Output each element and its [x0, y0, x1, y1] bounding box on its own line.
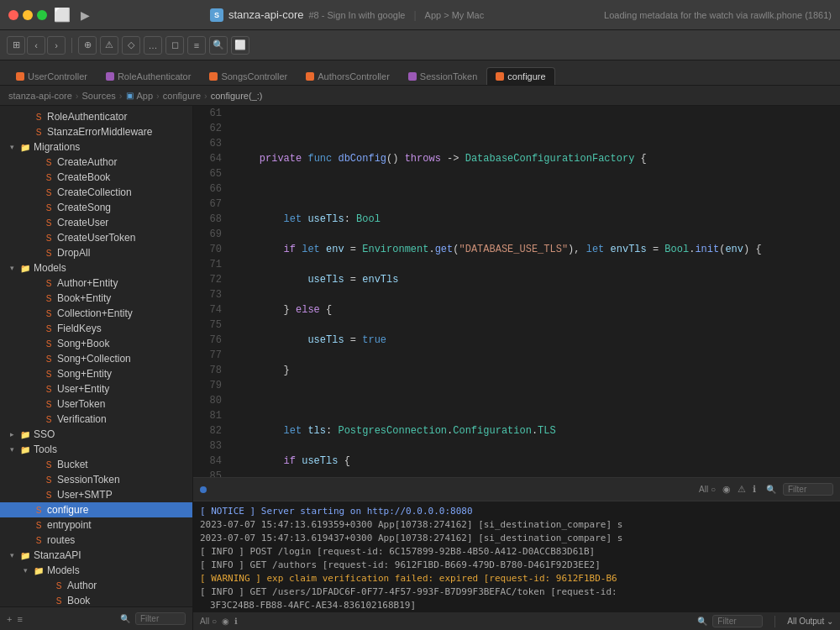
sidebar-item-Book[interactable]: S Book — [0, 593, 192, 606]
shape-button[interactable]: ◻ — [165, 36, 184, 55]
swift-file-icon: S — [43, 217, 55, 228]
sidebar-item-Collection+Entity[interactable]: S Collection+Entity — [0, 306, 192, 321]
test-button[interactable]: ◇ — [122, 36, 140, 55]
folder-icon: 📁 — [19, 141, 31, 153]
tree-arrow — [20, 112, 30, 122]
sidebar-item-label: Song+Book — [57, 338, 109, 349]
sidebar-item-CreateBook[interactable]: S CreateBook — [0, 170, 192, 185]
sidebar-item-CreateSong[interactable]: S CreateSong — [0, 200, 192, 215]
breadcrumb: stanza-api-core › Sources › ▣ App › conf… — [0, 86, 840, 106]
breadcrumb-item[interactable]: Sources — [82, 91, 116, 101]
tab-UserController[interactable]: UserController — [7, 67, 97, 85]
sidebar-item-CreateCollection[interactable]: S CreateCollection — [0, 185, 192, 200]
sidebar-item-configure[interactable]: S configure — [0, 502, 192, 517]
sidebar-item-label: Models — [34, 262, 66, 274]
sidebar-item-Song+Book[interactable]: S Song+Book — [0, 336, 192, 351]
sidebar-item-Song+Entity[interactable]: S Song+Entity — [0, 366, 192, 381]
maximize-button[interactable] — [37, 10, 47, 20]
lines-button[interactable]: ≡ — [187, 36, 206, 55]
console-line: 2023-07-07 15:47:13.619437+0300 App[1073… — [200, 532, 833, 545]
tree-arrow — [30, 384, 40, 394]
sidebar-item-Song+Collection[interactable]: S Song+Collection — [0, 351, 192, 366]
more-button[interactable]: … — [144, 36, 162, 55]
statusbar-eye-button[interactable]: ◉ — [222, 617, 229, 626]
sidebar-item-Book+Entity[interactable]: S Book+Entity — [0, 291, 192, 306]
sidebar-item-CreateAuthor[interactable]: S CreateAuthor — [0, 155, 192, 170]
sidebar-item-CreateUserToken[interactable]: S CreateUserToken — [0, 230, 192, 245]
tab-configure[interactable]: configure — [486, 67, 554, 85]
right-panel-button[interactable]: ⬜ — [231, 36, 249, 55]
sidebar-item-User+Entity[interactable]: S User+Entity — [0, 381, 192, 396]
breakpoint-button[interactable]: ⊕ — [78, 36, 97, 55]
swift-file-icon: S — [43, 307, 55, 319]
sidebar-item-StanzaErrorMiddleware[interactable]: S StanzaErrorMiddleware — [0, 124, 192, 139]
tab-SongsController[interactable]: SongsController — [200, 67, 297, 85]
sidebar-item-Migrations[interactable]: 📁 Migrations — [0, 139, 192, 155]
swift-file-icon: S — [43, 398, 55, 410]
sidebar-item-label: Migrations — [34, 141, 80, 153]
status-text: Loading metadata for the watch via rawll… — [604, 10, 832, 20]
tree-arrow — [30, 399, 40, 409]
sidebar-item-Tools[interactable]: 📁 Tools — [0, 442, 192, 457]
tree-arrow — [30, 414, 40, 424]
sidebar-filter-input[interactable] — [135, 612, 186, 625]
sidebar-item-label: CreateBook — [57, 171, 110, 183]
sidebar-item-label: StanzaErrorMiddleware — [47, 126, 152, 138]
sort-button[interactable]: ≡ — [17, 614, 22, 624]
sidebar-item-SessionToken[interactable]: S SessionToken — [0, 472, 192, 487]
statusbar: All ○ ◉ ℹ 🔍 All Output ⌄ — [193, 612, 840, 630]
console-line: [ INFO ] POST /login [request-id: 6C1578… — [200, 545, 833, 559]
sidebar-item-Verification[interactable]: S Verification — [0, 412, 192, 427]
tree-arrow — [7, 550, 17, 560]
tree-arrow — [30, 278, 40, 288]
sidebar-item-label: entrypoint — [47, 519, 92, 531]
tab-AuthorsController[interactable]: AuthorsController — [297, 67, 399, 85]
run-button[interactable]: ▶ — [81, 8, 90, 22]
add-file-button[interactable]: + — [7, 614, 12, 624]
minimize-button[interactable] — [23, 10, 33, 20]
breadcrumb-item[interactable]: configure(_:) — [211, 91, 263, 101]
sidebar-item-RoleAuthenticator[interactable]: S RoleAuthenticator — [0, 109, 192, 124]
sidebar-item-UserToken[interactable]: S UserToken — [0, 396, 192, 412]
swift-file-icon: S — [33, 519, 45, 531]
grid-view-button[interactable]: ⊞ — [7, 36, 25, 55]
tree-arrow — [30, 248, 40, 258]
tab-SessionToken[interactable]: SessionToken — [399, 67, 487, 85]
breadcrumb-item[interactable]: stanza-api-core — [8, 91, 72, 101]
sidebar-item-User+SMTP[interactable]: S User+SMTP — [0, 487, 192, 502]
sidebar-item-FieldKeys[interactable]: S FieldKeys — [0, 321, 192, 336]
console-filter-input[interactable] — [783, 483, 833, 496]
sidebar-toggle-icon[interactable]: ⬜ — [54, 7, 71, 23]
back-button[interactable]: ‹ — [27, 36, 45, 55]
breadcrumb-item[interactable]: App — [137, 91, 154, 101]
close-button[interactable] — [8, 10, 18, 20]
inspect-button[interactable]: 🔍 — [209, 36, 228, 55]
sidebar-item-label: CreateUser — [57, 217, 108, 228]
tab-RoleAuthenticator[interactable]: RoleAuthenticator — [97, 67, 200, 85]
console-clear-button[interactable]: ◉ — [722, 484, 731, 495]
sidebar-item-Models2[interactable]: 📁 Models — [0, 563, 192, 578]
sidebar-item-entrypoint[interactable]: S entrypoint — [0, 517, 192, 533]
breadcrumb-item[interactable]: configure — [163, 91, 201, 101]
statusbar-info-button[interactable]: ℹ — [234, 617, 238, 626]
sidebar-item-SSO[interactable]: 📁 SSO — [0, 427, 192, 442]
tab-label: SessionToken — [420, 71, 478, 81]
console-warnings-button[interactable]: ⚠ — [738, 484, 746, 495]
sidebar-item-StanzaAPI[interactable]: 📁 StanzaAPI — [0, 548, 192, 563]
sidebar-item-Bucket[interactable]: S Bucket — [0, 457, 192, 472]
console-toolbar: All ○ ◉ ⚠ ℹ 🔍 — [193, 478, 840, 501]
forward-button[interactable]: › — [47, 36, 66, 55]
sidebar-item-Author+Entity[interactable]: S Author+Entity — [0, 276, 192, 291]
filter-icon: 🔍 — [697, 617, 707, 626]
console-info-button[interactable]: ℹ — [753, 484, 756, 495]
sidebar-item-routes[interactable]: S routes — [0, 533, 192, 548]
sidebar-item-DropAll[interactable]: S DropAll — [0, 245, 192, 260]
sidebar-item-label: SessionToken — [57, 474, 120, 486]
all-output-label[interactable]: All Output ⌄ — [787, 617, 833, 626]
warning-button[interactable]: ⚠ — [100, 36, 118, 55]
statusbar-filter-input[interactable] — [712, 615, 763, 627]
sidebar-item-CreateUser[interactable]: S CreateUser — [0, 215, 192, 230]
sidebar-item-Author[interactable]: S Author — [0, 578, 192, 593]
sidebar-item-Models[interactable]: 📁 Models — [0, 260, 192, 276]
code-editor[interactable]: 61 62 63 64 65 66 67 68 69 70 71 72 73 7… — [193, 106, 840, 477]
